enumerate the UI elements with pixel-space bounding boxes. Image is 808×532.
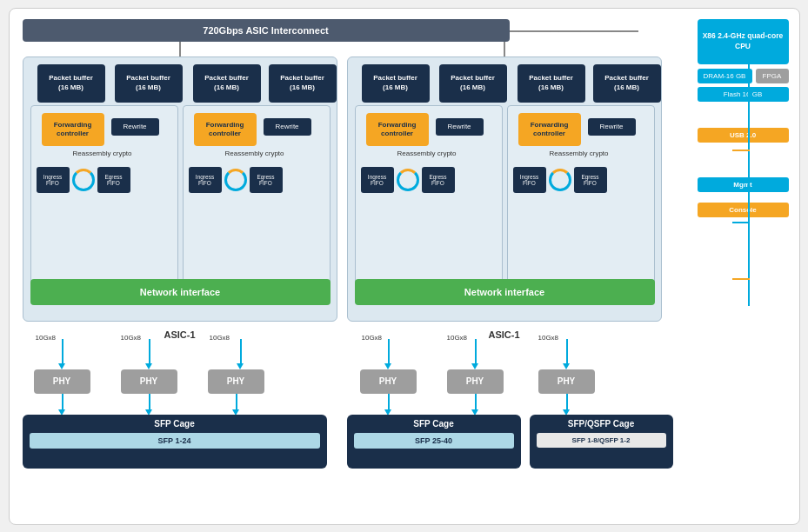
usb-box: USB 2.0 — [698, 128, 789, 143]
egress-fifo-left-0: EgressFIFO — [250, 167, 283, 193]
flash-box: Flash 16 GB — [698, 87, 789, 102]
phy-right-2: PHY — [447, 369, 504, 394]
asic-block-left: ASIC-1 Packet buffer(16 MB) Packet buffe… — [23, 57, 337, 322]
speed-label-l1: 10Gx8 — [36, 334, 57, 342]
dram-fpga-row: DRAM-16 GB FPGA — [698, 69, 789, 83]
packet-buffer-r1: Packet buffer(16 MB) — [362, 64, 430, 103]
console-box: Console — [698, 203, 789, 217]
sfp-cage-2: SFP Cage SFP 25-40 — [347, 415, 521, 469]
cycle-icon-right-1 — [397, 169, 419, 191]
speed-label-l3: 10Gx8 — [210, 334, 230, 342]
arrowhead-l1 — [58, 363, 65, 369]
arrow-line-l1 — [62, 339, 63, 365]
mgmt-box: Mgmt — [698, 177, 789, 192]
arrow-line-l2 — [149, 339, 150, 365]
phy-right-1: PHY — [360, 369, 417, 394]
rewrite-right-0: Rewrite — [588, 118, 636, 136]
interconnect-bar: 720Gbps ASIC Interconnect — [23, 19, 510, 42]
packet-buffer-r2: Packet buffer(16 MB) — [439, 64, 507, 103]
egress-fifo-left-1: EgressFIFO — [97, 167, 130, 193]
line-sfp-r2 — [475, 394, 477, 411]
line-sfp-r1 — [388, 394, 390, 411]
line-to-cpu — [510, 30, 638, 32]
line-sfp-l2 — [149, 394, 150, 411]
arrowhead-l2 — [145, 363, 152, 369]
sfp-3-label: SFP 1-8/QSFP 1-2 — [537, 433, 666, 448]
rewrite-left-0: Rewrite — [264, 118, 311, 136]
arrow-line-l3 — [240, 339, 242, 365]
phy-left-2: PHY — [121, 369, 177, 394]
ingress-fifo-right-0: IngressFIFO — [513, 167, 546, 193]
arrow-line-r3 — [566, 339, 568, 365]
speed-label-l2: 10Gx8 — [121, 334, 142, 342]
sfp-cage-1: SFP Cage SFP 1-24 — [23, 415, 327, 469]
network-interface-left: Network interface — [30, 279, 331, 305]
fpga-box: FPGA — [756, 69, 789, 83]
speed-label-r3: 10Gx8 — [538, 334, 559, 342]
fifo-group-left-0: IngressFIFO EgressFIFO — [189, 167, 283, 193]
packet-buffer-2: Packet buffer(16 MB) — [115, 64, 183, 103]
packet-buffer-4: Packet buffer(16 MB) — [269, 64, 337, 103]
packet-buffer-1: Packet buffer(16 MB) — [37, 64, 105, 103]
cycle-icon-left-0 — [224, 169, 247, 191]
egress-fifo-right-1: EgressFIFO — [422, 167, 455, 193]
network-interface-right: Network interface — [355, 279, 655, 305]
reassembly-right-1: Reassembly crypto — [366, 150, 488, 157]
rewrite-right-1: Rewrite — [436, 118, 484, 136]
usb-hline — [732, 150, 750, 151]
asic-block-right: ASIC-1 Packet buffer(16 MB) Packet buffe… — [347, 57, 662, 322]
cycle-icon-right-0 — [549, 169, 571, 191]
right-panel: X86 2.4-GHz quad-core CPU DRAM-16 GB FPG… — [698, 19, 789, 217]
ingress-fifo-left-0: IngressFIFO — [189, 167, 222, 193]
phy-left-1: PHY — [34, 369, 90, 394]
line-sfp-l1 — [62, 394, 63, 411]
fifo-group-left-1: IngressFIFO EgressFIFO — [37, 167, 130, 193]
line-sfp-r3 — [566, 394, 568, 411]
rewrite-left-1: Rewrite — [111, 118, 159, 136]
packet-buffer-r3: Packet buffer(16 MB) — [518, 64, 585, 103]
phy-left-3: PHY — [208, 369, 264, 394]
core-0-section-right: Forwarding controller Rewrite Reassembly… — [507, 105, 655, 296]
fwd-ctrl-left-1: Forwarding controller — [42, 113, 104, 146]
speed-label-r1: 10Gx8 — [362, 334, 383, 342]
arrowhead-r1 — [384, 363, 391, 369]
fwd-ctrl-right-1: Forwarding controller — [366, 113, 429, 146]
core-1-section-right: Forwarding controller Rewrite Reassembly… — [355, 105, 503, 296]
packet-buffer-r4: Packet buffer(16 MB) — [593, 64, 661, 103]
console-hline — [732, 278, 750, 280]
arrowhead-l3 — [237, 363, 244, 369]
arrowhead-r3 — [563, 363, 570, 369]
sfp-2-label: SFP 25-40 — [354, 433, 514, 449]
fwd-ctrl-left-0: Forwarding controller — [194, 113, 257, 146]
core-0-section-left: Forwarding controller Rewrite Reassembly… — [183, 105, 331, 296]
dram-box: DRAM-16 GB — [698, 69, 752, 83]
fifo-group-right-1: IngressFIFO EgressFIFO — [361, 167, 455, 193]
cpu-box: X86 2.4-GHz quad-core CPU — [698, 19, 789, 64]
fifo-group-right-0: IngressFIFO EgressFIFO — [513, 167, 607, 193]
diagram-container: 720Gbps ASIC Interconnect ASIC-1 Packet … — [9, 8, 800, 525]
line-sfp-l3 — [236, 394, 237, 411]
ingress-fifo-right-1: IngressFIFO — [361, 167, 394, 193]
reassembly-right-0: Reassembly crypto — [518, 150, 640, 157]
sfp-1-label: SFP 1-24 — [30, 433, 320, 449]
arrow-line-r2 — [475, 339, 477, 365]
phy-right-3: PHY — [538, 369, 595, 394]
fwd-ctrl-right-0: Forwarding controller — [518, 113, 581, 146]
egress-fifo-right-0: EgressFIFO — [574, 167, 607, 193]
core-1-section-left: Forwarding controller Rewrite Reassembly… — [30, 105, 178, 296]
reassembly-left-1: Reassembly crypto — [42, 150, 164, 157]
cycle-icon-left-1 — [72, 169, 95, 191]
sfp-cage-3: SFP/QSFP Cage SFP 1-8/QSFP 1-2 — [530, 415, 673, 469]
speed-label-r2: 10Gx8 — [447, 334, 468, 342]
ingress-fifo-left-1: IngressFIFO — [37, 167, 70, 193]
arrow-line-r1 — [388, 339, 390, 365]
packet-buffer-3: Packet buffer(16 MB) — [193, 64, 261, 103]
arrowhead-r2 — [471, 363, 478, 369]
mgmt-hline — [732, 222, 750, 223]
right-panel-vline — [748, 63, 750, 306]
reassembly-left-0: Reassembly crypto — [194, 150, 316, 157]
